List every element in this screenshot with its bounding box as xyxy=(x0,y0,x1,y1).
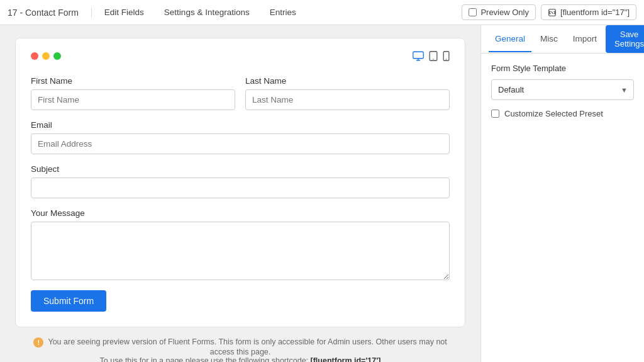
nav-edit-fields[interactable]: Edit Fields xyxy=(94,0,154,25)
svg-point-5 xyxy=(446,59,447,59)
email-input[interactable] xyxy=(31,133,450,154)
message-label: Your Message xyxy=(31,208,450,218)
email-label: Email xyxy=(31,120,450,130)
info-line-2: To use this for in a page please use the… xyxy=(28,356,453,362)
nav-links: Edit Fields Settings & Integrations Entr… xyxy=(94,0,462,25)
email-group: Email xyxy=(31,120,450,154)
first-name-group: First Name xyxy=(31,76,235,110)
form-card: First Name Last Name Email Subject xyxy=(15,38,465,327)
preview-only-checkbox[interactable] xyxy=(469,8,477,16)
customize-label[interactable]: Customize Selected Preset xyxy=(504,109,603,118)
customize-checkbox[interactable] xyxy=(491,110,499,118)
email-row: Email xyxy=(31,120,450,154)
info-icon: ! xyxy=(33,337,43,348)
tab-misc[interactable]: Misc xyxy=(534,26,564,52)
submit-button[interactable]: Submit Form xyxy=(31,290,106,312)
desktop-icon[interactable] xyxy=(413,51,424,64)
info-bar: ! You are seeing preview version of Flue… xyxy=(15,337,465,362)
sidebar: General Misc Import Save Settings Form S… xyxy=(480,25,644,362)
tab-import[interactable]: Import xyxy=(567,26,603,52)
sidebar-content: Form Style Template Default ▼ Customize … xyxy=(481,54,644,362)
subject-input[interactable] xyxy=(31,178,450,198)
dot-red xyxy=(31,52,38,60)
last-name-label: Last Name xyxy=(245,76,450,86)
save-settings-button[interactable]: Save Settings xyxy=(606,25,644,53)
dot-yellow xyxy=(42,52,50,60)
style-template-select[interactable]: Default xyxy=(491,79,634,100)
main-layout: First Name Last Name Email Subject xyxy=(0,25,644,362)
dot-green xyxy=(53,52,61,60)
message-row: Your Message xyxy=(31,208,450,280)
subject-label: Subject xyxy=(31,164,450,174)
form-title: 17 - Contact Form xyxy=(8,8,92,18)
mobile-icon[interactable] xyxy=(443,51,450,64)
style-template-select-wrapper: Default ▼ xyxy=(491,79,634,100)
shortcode-display: [fluentform id='17'] xyxy=(311,356,381,362)
first-name-input[interactable] xyxy=(31,89,235,110)
shortcode-label: [fluentform id="17"] xyxy=(560,8,630,17)
svg-rect-1 xyxy=(413,52,424,59)
svg-point-3 xyxy=(433,59,433,59)
info-line-1: ! You are seeing preview version of Flue… xyxy=(28,337,453,356)
nav-right: Preview Only [fluentform id="17"] xyxy=(462,4,644,20)
form-area: First Name Last Name Email Subject xyxy=(0,25,480,362)
nav-entries[interactable]: Entries xyxy=(260,0,306,25)
tab-general[interactable]: General xyxy=(489,26,531,52)
subject-row: Subject xyxy=(31,164,450,198)
device-icons xyxy=(413,51,450,64)
section-label: Form Style Template xyxy=(491,64,634,73)
nav-settings[interactable]: Settings & Integrations xyxy=(154,0,260,25)
name-row: First Name Last Name xyxy=(31,76,450,110)
shortcode-icon xyxy=(548,8,557,17)
first-name-label: First Name xyxy=(31,76,235,86)
subject-group: Subject xyxy=(31,164,450,198)
window-controls xyxy=(31,52,61,60)
last-name-group: Last Name xyxy=(245,76,450,110)
customize-row: Customize Selected Preset xyxy=(491,109,634,118)
shortcode-button[interactable]: [fluentform id="17"] xyxy=(541,4,636,20)
preview-only-label: Preview Only xyxy=(480,8,529,17)
sidebar-tabs: General Misc Import Save Settings xyxy=(481,25,644,54)
message-group: Your Message xyxy=(31,208,450,280)
preview-only-toggle[interactable]: Preview Only xyxy=(462,4,536,20)
form-card-top xyxy=(31,51,450,71)
tablet-icon[interactable] xyxy=(429,51,438,64)
last-name-input[interactable] xyxy=(245,89,450,110)
top-nav: 17 - Contact Form Edit Fields Settings &… xyxy=(0,0,644,25)
message-input[interactable] xyxy=(31,222,450,280)
